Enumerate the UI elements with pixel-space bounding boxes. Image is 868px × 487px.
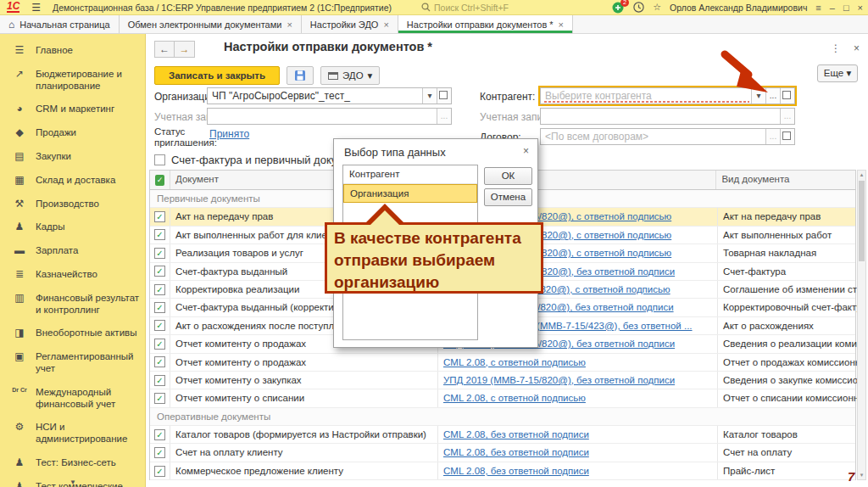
nav-forward-button[interactable]: →	[175, 41, 195, 58]
document-kind: Соглашение об изменении сто...	[718, 281, 857, 298]
sidebar-item-crm[interactable]: ◕CRM и маркетинг	[0, 98, 145, 121]
save-button[interactable]	[287, 66, 314, 85]
row-checkbox[interactable]: ✓	[154, 375, 165, 386]
row-checkbox[interactable]: ✓	[154, 302, 165, 313]
sidebar-item-salary[interactable]: ▬Зарплата	[0, 239, 145, 263]
format-link[interactable]: CML 2.08, без ответной подписи	[443, 447, 589, 457]
account2-field[interactable]: ...	[540, 108, 795, 125]
scrollbar-thumb[interactable]	[859, 181, 865, 261]
nav-back-button[interactable]: ←	[154, 41, 175, 58]
table-row[interactable]: ✓ Коммерческое предложение клиенту CML 2…	[150, 462, 855, 480]
scroll-up-icon[interactable]: ▴	[858, 171, 865, 178]
ok-button[interactable]: ОК	[484, 167, 532, 185]
select-all-header[interactable]: ✓	[150, 171, 170, 189]
sidebar-item-label: Продажи	[36, 127, 76, 139]
sidebar-item-production[interactable]: ⚒Производство	[0, 193, 145, 216]
format-link[interactable]: CML 2.08, с ответной подписью	[443, 357, 586, 367]
save-and-close-button[interactable]: Записать и закрыть	[154, 66, 280, 85]
table-scrollbar[interactable]: ▴ ▾	[857, 170, 866, 480]
sidebar-item-noncurrent-assets[interactable]: ◨Внеоборотные активы	[0, 322, 145, 345]
dialog-title: Выбор типа данных	[344, 146, 446, 159]
format-link[interactable]: CML 2.08, без ответной подписи	[443, 466, 589, 476]
row-checkbox[interactable]: ✓	[154, 320, 165, 331]
tab-home[interactable]: ⌂ Начальная страница	[0, 15, 120, 33]
row-checkbox[interactable]: ✓	[154, 229, 165, 240]
maximize-icon[interactable]: □	[843, 3, 849, 13]
row-checkbox[interactable]: ✓	[154, 211, 165, 222]
column-kind[interactable]: Вид документа	[716, 171, 855, 189]
format-link[interactable]: CML 2.08, без ответной подписи	[443, 429, 589, 439]
table-row[interactable]: ✓ Отчет комитенту о продажах CML 2.08, с…	[150, 354, 855, 372]
history-icon[interactable]	[633, 2, 644, 13]
sidebar-scroll-down-icon[interactable]: ▼	[0, 479, 146, 486]
tab-send-settings[interactable]: Настройки отправки документов * ×	[398, 15, 573, 33]
ellipsis-button[interactable]: ...	[780, 109, 794, 124]
close-tab-icon[interactable]: ×	[383, 20, 388, 30]
row-checkbox[interactable]: ✓	[154, 466, 165, 477]
sidebar-item-admin[interactable]: ⚙НСИ и администрирование	[0, 416, 145, 451]
open-link-icon[interactable]	[780, 88, 794, 104]
ellipsis-button[interactable]: ...	[765, 129, 780, 144]
row-checkbox[interactable]: ✓	[154, 339, 165, 350]
close-form-icon[interactable]: ×	[854, 42, 860, 54]
invitation-status-link[interactable]: Принято	[209, 128, 249, 140]
format-link[interactable]: CML 2.08, с ответной подписью	[443, 393, 586, 403]
sidebar-item-finresult[interactable]: ▥Финансовый результат и контроллинг	[0, 287, 145, 322]
row-checkbox[interactable]: ✓	[154, 266, 165, 277]
sidebar-item-main[interactable]: ☰Главное	[0, 39, 145, 63]
row-checkbox[interactable]: ✓	[154, 356, 165, 367]
favorites-star-icon[interactable]: ☆	[653, 2, 661, 13]
budgeting-icon: ↗	[12, 69, 27, 80]
organization-field[interactable]: ЧП "АгроСыроСервис"_тест_ ▾	[207, 87, 452, 104]
main-menu-icon[interactable]: ☰	[31, 2, 41, 14]
sidebar-item-ifrs[interactable]: Dr CrМеждународный финансовый учет	[0, 381, 145, 417]
format-link[interactable]: УПД 2019 (ММВ-7-15/820@), без ответной п…	[443, 375, 675, 385]
ellipsis-button[interactable]: ...	[437, 109, 451, 124]
current-user[interactable]: Орлов Александр Владимирович	[670, 3, 807, 13]
close-window-icon[interactable]: ×	[858, 3, 863, 13]
cancel-button[interactable]: Отмена	[484, 188, 532, 206]
table-row[interactable]: ✓ Отчет комитенту о списании CML 2.08, с…	[150, 389, 855, 407]
row-checkbox[interactable]: ✓	[154, 429, 165, 440]
sidebar-item-regulated-accounting[interactable]: ▣Регламентированный учет	[0, 345, 145, 381]
list-item-counterparty[interactable]: Контрагент	[343, 165, 477, 184]
sidebar-item-treasury[interactable]: ≣Казначейство	[0, 263, 145, 287]
row-checkbox[interactable]: ✓	[154, 447, 165, 458]
row-checkbox[interactable]: ✓	[154, 284, 165, 295]
open-link-icon[interactable]	[437, 88, 451, 104]
more-button[interactable]: Еще ▾	[817, 64, 858, 82]
sidebar-item-hr[interactable]: ♟Кадры	[0, 216, 145, 239]
table-row[interactable]: ✓ Счет на оплату клиенту CML 2.08, без о…	[150, 444, 855, 462]
scroll-down-icon[interactable]: ▾	[858, 472, 865, 479]
form-menu-kebab-icon[interactable]: ⋮	[831, 42, 841, 54]
close-dialog-icon[interactable]: ×	[523, 145, 529, 157]
global-search[interactable]: Поиск Ctrl+Shift+F	[421, 3, 509, 13]
sidebar-item-warehouse[interactable]: ▦Склад и доставка	[0, 169, 145, 193]
tab-edo-exchange[interactable]: Обмен электронными документами ×	[120, 15, 302, 33]
minimize-icon[interactable]: –	[830, 3, 835, 13]
document-kind: Прайс-лист	[718, 462, 857, 479]
chevron-down-icon[interactable]: ▾	[422, 88, 437, 104]
row-checkbox[interactable]: ✓	[154, 248, 165, 259]
sidebar-item-budgeting[interactable]: ↗Бюджетирование и планирование	[0, 63, 145, 98]
edo-menu-button[interactable]: ЭДО ▾	[320, 66, 380, 85]
account-field[interactable]: ...	[207, 108, 452, 125]
tab-edo-settings[interactable]: Настройки ЭДО ×	[302, 15, 398, 33]
table-group-row: Оперативные документы	[150, 408, 855, 426]
list-item-organization[interactable]: Организация	[343, 184, 477, 203]
table-row[interactable]: ✓ Каталог товаров (формируется из Настро…	[150, 426, 855, 444]
service-menu-icon[interactable]: ≡	[815, 3, 821, 13]
row-checkbox[interactable]: ✓	[154, 393, 165, 404]
contract-field[interactable]: <По всем договорам> ...	[540, 128, 795, 145]
checkbox-unchecked[interactable]	[154, 154, 165, 165]
annotation-callout: В качестве контрагента отправки выбираем…	[325, 222, 543, 294]
table-row[interactable]: ✓ Отчет комитенту о закупках УПД 2019 (М…	[150, 372, 855, 389]
sidebar-item-sales[interactable]: ◆Продажи	[0, 121, 145, 145]
close-tab-icon[interactable]: ×	[287, 20, 292, 30]
close-tab-icon[interactable]: ×	[559, 20, 564, 30]
open-link-icon[interactable]	[780, 129, 794, 144]
sidebar-item-label: Внеоборотные активы	[36, 327, 136, 339]
sidebar-item-purchases[interactable]: ▤Закупки	[0, 145, 145, 169]
sidebar-item-test-network[interactable]: ♟Тест: Бизнес-сеть	[0, 451, 145, 475]
notifications-icon[interactable]: 2	[612, 2, 625, 14]
